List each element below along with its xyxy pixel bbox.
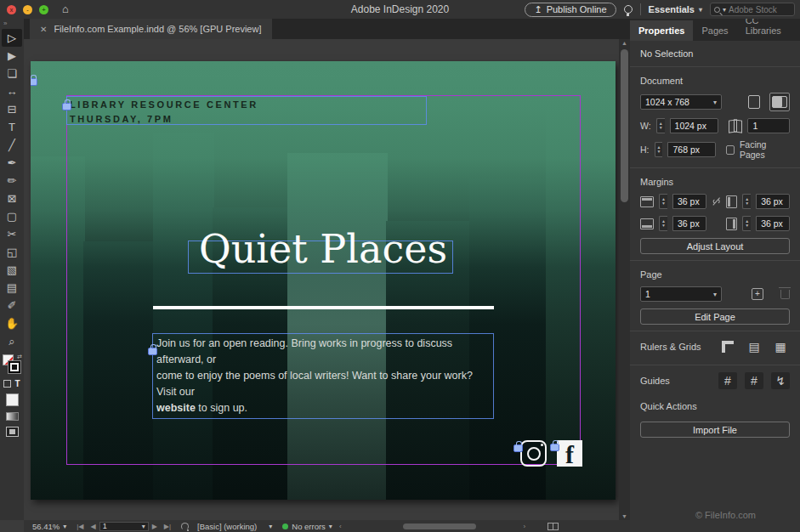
chevron-down-icon: ▾ xyxy=(713,99,717,106)
publish-online-button[interactable]: ↥ Publish Online xyxy=(525,3,616,17)
current-page-dropdown[interactable]: 1 ▾ xyxy=(640,286,722,302)
margin-left-field[interactable]: 36 px xyxy=(756,194,790,209)
direct-selection-tool[interactable]: ▶ xyxy=(2,47,22,65)
next-page-button[interactable]: ▶ xyxy=(152,523,157,530)
smart-guides-icon[interactable]: ↯ xyxy=(771,372,790,389)
free-transform-tool[interactable]: ◱ xyxy=(2,243,22,261)
title-bar: x - + ⌂ Adobe InDesign 2020 ↥ Publish On… xyxy=(0,0,800,19)
note-tool[interactable]: ▤ xyxy=(2,279,22,297)
gradient-swatch-tool[interactable]: ▧ xyxy=(2,261,22,279)
error-status[interactable]: No errors ▾ ‹ xyxy=(282,522,341,531)
previous-page-button[interactable]: ◀ xyxy=(90,523,95,530)
scroll-down-icon[interactable]: ▼ xyxy=(619,513,630,519)
home-icon[interactable]: ⌂ xyxy=(62,0,69,19)
minimize-window-button[interactable]: - xyxy=(23,5,32,14)
selection-tool[interactable]: ▷ xyxy=(2,29,22,47)
eyedropper-tool[interactable]: ✐ xyxy=(2,297,22,314)
margin-top-field[interactable]: 36 px xyxy=(672,194,706,209)
search-icon xyxy=(714,7,720,13)
pages-count-field[interactable]: 1 xyxy=(747,118,790,133)
zoom-level-dropdown[interactable]: 56.41% ▾ xyxy=(32,522,66,531)
learn-lightbulb-icon[interactable] xyxy=(624,5,633,14)
canvas-area[interactable]: LIBRARY RESOURCE CENTER THURSDAY, 7PM Qu… xyxy=(24,39,630,520)
document-page[interactable]: LIBRARY RESOURCE CENTER THURSDAY, 7PM Qu… xyxy=(31,61,616,500)
page-number-dropdown[interactable]: 1 ▾ xyxy=(99,522,149,531)
hand-tool[interactable]: ✋ xyxy=(2,314,22,332)
frame-tool[interactable]: ⊠ xyxy=(2,190,22,207)
apply-gradient-swatch[interactable] xyxy=(6,412,19,421)
pencil-tool[interactable]: ✏ xyxy=(2,172,22,190)
close-tab-icon[interactable]: ✕ xyxy=(40,25,47,34)
tab-pages[interactable]: Pages xyxy=(693,20,736,41)
margin-left-stepper[interactable]: ▲▼ xyxy=(742,194,751,209)
page-size-dropdown[interactable]: 1024 x 768 ▾ xyxy=(640,94,722,110)
page-tool[interactable]: ❏ xyxy=(2,65,22,82)
margin-bottom-field[interactable]: 36 px xyxy=(672,216,706,231)
scroll-up-icon[interactable]: ▲ xyxy=(619,40,630,46)
facing-pages-checkbox[interactable] xyxy=(726,145,735,155)
pen-tool[interactable]: ✒ xyxy=(2,154,22,172)
height-field[interactable]: 768 px xyxy=(667,142,715,157)
preflight-icon[interactable] xyxy=(181,523,189,530)
zoom-tool[interactable]: ⌕ xyxy=(2,332,22,350)
margin-bottom-stepper[interactable]: ▲▼ xyxy=(659,216,667,231)
delete-page-icon[interactable] xyxy=(780,290,790,299)
divider-rule[interactable] xyxy=(153,306,494,309)
poster-title[interactable]: Quiet Places xyxy=(31,228,616,270)
show-rulers-icon[interactable] xyxy=(718,338,737,355)
horizontal-scrollbar-thumb[interactable] xyxy=(403,524,476,529)
preflight-profile-dropdown[interactable]: [Basic] (working) ▾ xyxy=(197,522,272,531)
add-page-icon[interactable]: + xyxy=(752,288,763,300)
gap-tool[interactable]: ↔ xyxy=(2,82,22,100)
instagram-icon[interactable] xyxy=(520,440,547,467)
orientation-landscape-button[interactable] xyxy=(769,93,790,111)
content-collector-tool[interactable]: ⊟ xyxy=(2,100,22,118)
lock-guides-icon[interactable]: # xyxy=(745,372,763,389)
height-stepper[interactable]: ▲▼ xyxy=(655,142,663,157)
formatting-affects-container-icon[interactable] xyxy=(3,380,11,388)
line-tool[interactable]: ╱ xyxy=(2,136,22,154)
body-text[interactable]: Join us for an open reading. Bring works… xyxy=(156,336,491,416)
adjust-layout-button[interactable]: Adjust Layout xyxy=(640,238,790,254)
rectangle-tool[interactable]: ▢ xyxy=(2,207,22,225)
scroll-left-icon[interactable]: ‹ xyxy=(339,523,342,530)
document-tab[interactable]: ✕ FileInfo.com Example.indd @ 56% [GPU P… xyxy=(30,19,272,39)
stroke-swatch[interactable] xyxy=(9,361,20,373)
margins-link-broken-icon[interactable] xyxy=(712,195,721,207)
margin-right-field[interactable]: 36 px xyxy=(756,216,790,231)
fill-stroke-swatches[interactable]: ⇄ xyxy=(2,354,22,376)
scissors-tool[interactable]: ✂ xyxy=(2,225,22,243)
swap-fill-stroke-icon[interactable]: ⇄ xyxy=(17,354,22,360)
pages-spread-icon[interactable] xyxy=(548,523,559,530)
width-stepper[interactable]: ▲▼ xyxy=(656,118,665,133)
vertical-scrollbar-thumb[interactable] xyxy=(621,49,628,202)
screen-mode-button[interactable] xyxy=(6,427,19,437)
document-grid-icon[interactable]: ▦ xyxy=(771,338,790,355)
facebook-icon[interactable]: f xyxy=(557,440,582,467)
height-label: H: xyxy=(640,144,650,155)
formatting-affects-text-icon[interactable]: T xyxy=(14,380,20,388)
type-tool[interactable]: T xyxy=(2,118,22,136)
first-page-button[interactable]: |◀ xyxy=(77,523,83,530)
last-page-button[interactable]: ▶| xyxy=(164,523,171,530)
adobe-stock-search-input[interactable]: ▾ Adobe Stock xyxy=(710,3,795,16)
margin-top-stepper[interactable]: ▲▼ xyxy=(659,194,667,209)
orientation-portrait-button[interactable] xyxy=(744,93,764,111)
tab-properties[interactable]: Properties xyxy=(630,20,693,41)
panel-tab-bar: Properties Pages CC Libraries xyxy=(630,19,800,41)
show-guides-icon[interactable]: # xyxy=(718,372,737,389)
close-window-button[interactable]: x xyxy=(7,5,16,14)
zoom-window-button[interactable]: + xyxy=(39,5,48,14)
import-file-button[interactable]: Import File xyxy=(640,422,790,438)
workspace-switcher[interactable]: Essentials ▾ xyxy=(649,4,702,14)
apply-color-swatch[interactable] xyxy=(6,393,19,406)
quick-actions-label: Quick Actions xyxy=(630,393,800,416)
baseline-grid-icon[interactable]: ▤ xyxy=(745,338,763,355)
scroll-right-icon[interactable]: › xyxy=(524,523,526,530)
event-heading[interactable]: LIBRARY RESOURCE CENTER THURSDAY, 7PM xyxy=(70,98,258,127)
edit-page-button[interactable]: Edit Page xyxy=(640,308,790,325)
margin-right-stepper[interactable]: ▲▼ xyxy=(742,216,751,231)
vertical-scrollbar[interactable]: ▲ ▼ xyxy=(619,39,630,520)
width-field[interactable]: 1024 px xyxy=(670,118,718,133)
tools-panel-expander[interactable]: » xyxy=(0,19,7,29)
